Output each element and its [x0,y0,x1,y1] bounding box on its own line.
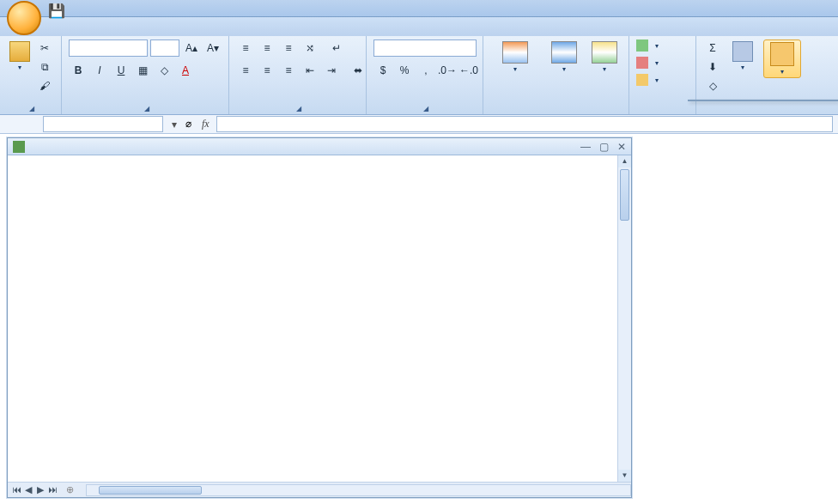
workbook-area: — ▢ ✕ ▲ ▼ ⏮ ◀ ▶ ⏭ ⊕ [0,134,838,503]
new-sheet-icon[interactable]: ⊕ [61,484,79,495]
name-box-dropdown-icon[interactable]: ▾ [167,118,182,131]
bold-button[interactable]: B [69,62,88,79]
number-format-select[interactable] [373,39,477,57]
increase-indent-button[interactable]: ⇥ [322,62,341,79]
font-family-select[interactable] [69,39,148,57]
cell-styles-icon [592,41,617,64]
insert-icon [636,39,648,52]
horizontal-scrollbar[interactable] [86,484,631,496]
align-center-button[interactable]: ≡ [258,62,276,79]
cell-styles-button[interactable]: ▾ [587,39,622,73]
font-color-button[interactable]: A [176,62,195,79]
group-cells: ▾ ▾ ▾ [629,36,696,114]
format-icon [636,74,648,86]
fx-icon[interactable]: fx [195,118,216,131]
group-styles: ▾ ▾ ▾ [483,36,629,114]
format-painter-button[interactable]: 🖌 [35,77,54,94]
decrease-decimal-button[interactable]: ←.0 [459,62,478,79]
align-right-button[interactable]: ≡ [279,62,298,79]
clear-button[interactable]: ◇ [703,77,722,94]
comma-format-button[interactable]: , [416,62,435,79]
minimize-icon[interactable]: — [580,141,591,153]
underline-button[interactable]: U [112,62,131,79]
ribbon: ▾ ✂ ⧉ 🖌 ◢ A▴ A▾ B I U ▦ ◇ A [0,36,838,115]
autosum-button[interactable]: Σ [703,39,722,57]
accounting-format-button[interactable]: $ [373,62,392,79]
workbook-titlebar[interactable]: — ▢ ✕ [8,138,631,155]
align-bottom-button[interactable]: ≡ [279,39,298,57]
dialog-launcher-icon[interactable]: ◢ [423,105,428,112]
ribbon-tabs [0,17,838,36]
vertical-scrollbar[interactable]: ▲ ▼ [617,155,631,482]
prev-sheet-icon[interactable]: ◀ [23,484,33,495]
fill-button[interactable]: ⬇ [703,58,722,76]
paste-icon [9,41,30,62]
maximize-icon[interactable]: ▢ [599,141,609,153]
group-font: A▴ A▾ B I U ▦ ◇ A ◢ [62,36,229,114]
find-select-button[interactable]: ▾ [763,39,801,78]
scroll-down-icon[interactable]: ▼ [618,470,631,482]
binoculars-icon [770,42,794,66]
conditional-formatting-icon [502,41,528,64]
qat-save-icon[interactable]: 💾 [48,3,60,15]
title-bar: 💾 [0,0,838,17]
delete-icon [636,57,648,69]
fill-color-button[interactable]: ◇ [155,62,173,79]
close-icon[interactable]: ✕ [617,141,626,153]
formula-input[interactable] [216,116,833,132]
dialog-launcher-icon[interactable]: ◢ [29,105,34,112]
percent-format-button[interactable]: % [395,62,414,79]
conditional-formatting-button[interactable]: ▾ [490,39,541,73]
name-box[interactable] [43,116,163,132]
align-top-button[interactable]: ≡ [236,39,255,57]
paste-button[interactable]: ▾ [7,39,32,73]
office-button[interactable] [7,1,41,35]
sort-icon [732,41,753,62]
table-icon [551,41,577,64]
font-size-select[interactable] [150,39,179,57]
dialog-launcher-icon[interactable]: ◢ [144,105,149,112]
sort-filter-button[interactable]: ▾ [726,39,760,73]
grow-font-button[interactable]: A▴ [182,39,201,57]
scroll-thumb[interactable] [99,486,202,495]
formula-bar: ▾ ⌀ fx [0,115,838,134]
dialog-launcher-icon[interactable]: ◢ [296,105,301,112]
dropdown-icon: ▾ [18,64,21,71]
decrease-indent-button[interactable]: ⇤ [301,62,319,79]
sheet-tab-bar: ⏮ ◀ ▶ ⏭ ⊕ [8,482,631,497]
group-alignment: ≡ ≡ ≡ ⤭ ↵ ≡ ≡ ≡ ⇤ ⇥ ⬌ ◢ [229,36,367,114]
workbook-icon [13,141,25,153]
copy-button[interactable]: ⧉ [35,58,54,76]
insert-cells-button[interactable]: ▾ [636,39,659,52]
format-as-table-button[interactable]: ▾ [544,39,584,73]
align-middle-button[interactable]: ≡ [258,39,276,57]
orientation-button[interactable]: ⤭ [301,39,319,57]
quick-access-toolbar: 💾 [48,2,60,15]
last-sheet-icon[interactable]: ⏭ [47,484,58,495]
italic-button[interactable]: I [90,62,109,79]
group-number: $ % , .0→ ←.0 ◢ [367,36,483,114]
group-clipboard: ▾ ✂ ⧉ 🖌 ◢ [0,36,62,114]
first-sheet-icon[interactable]: ⏮ [11,484,21,495]
wrap-text-button[interactable]: ↵ [322,39,351,57]
cancel-icon[interactable]: ⌀ [182,118,195,131]
cut-button[interactable]: ✂ [35,39,54,57]
shrink-font-button[interactable]: A▾ [203,39,222,57]
format-cells-button[interactable]: ▾ [636,74,659,86]
next-sheet-icon[interactable]: ▶ [35,484,46,495]
border-button[interactable]: ▦ [133,62,152,79]
delete-cells-button[interactable]: ▾ [636,57,659,69]
workbook-window: — ▢ ✕ ▲ ▼ ⏮ ◀ ▶ ⏭ ⊕ [7,137,632,498]
scroll-thumb[interactable] [620,169,629,221]
scroll-up-icon[interactable]: ▲ [618,155,631,167]
find-select-menu [688,100,838,101]
group-editing: Σ ⬇ ◇ ▾ ▾ [696,36,808,114]
increase-decimal-button[interactable]: .0→ [438,62,457,79]
align-left-button[interactable]: ≡ [236,62,255,79]
